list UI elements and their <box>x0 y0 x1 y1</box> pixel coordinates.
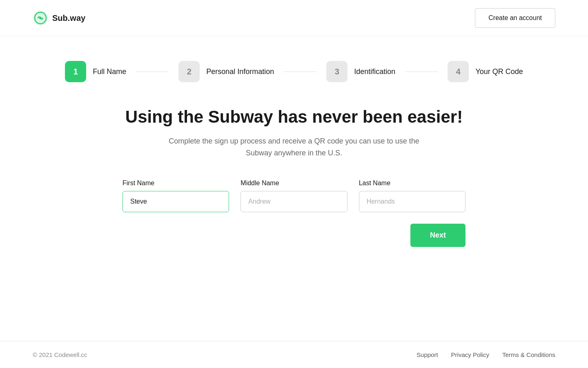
last-name-input[interactable] <box>359 191 466 212</box>
main-content: 1 Full Name 2 Personal Information 3 Ide… <box>0 36 588 341</box>
last-name-label: Last Name <box>359 180 466 187</box>
first-name-label: First Name <box>122 180 229 187</box>
step-1-label: Full Name <box>93 67 126 76</box>
hero-title: Using the Subway has never been easier! <box>125 107 463 127</box>
logo-area: Sub.way <box>33 10 85 26</box>
last-name-group: Last Name <box>359 180 466 212</box>
button-row: Next <box>122 224 466 247</box>
header: Sub.way Create an account <box>0 0 588 36</box>
middle-name-group: Middle Name <box>241 180 347 212</box>
first-name-input[interactable] <box>122 191 229 212</box>
step-1-number: 1 <box>65 61 86 82</box>
step-4-number: 4 <box>448 61 469 82</box>
logo-icon <box>33 10 48 26</box>
stepper: 1 Full Name 2 Personal Information 3 Ide… <box>65 61 523 82</box>
step-3-number: 3 <box>326 61 347 82</box>
middle-name-input[interactable] <box>241 191 347 212</box>
step-3: 3 Identification <box>326 61 395 82</box>
logo-text: Sub.way <box>52 13 85 23</box>
footer-copyright: © 2021 Codewell.cc <box>33 351 87 358</box>
first-name-group: First Name <box>122 180 229 212</box>
step-divider-3 <box>405 72 438 72</box>
step-divider-1 <box>136 72 169 72</box>
step-divider-2 <box>284 72 316 72</box>
step-3-label: Identification <box>354 67 395 76</box>
footer-privacy-link[interactable]: Privacy Policy <box>451 351 489 358</box>
svg-point-2 <box>39 17 42 19</box>
step-2-label: Personal Information <box>206 67 274 76</box>
form-section: First Name Middle Name Last Name Next <box>122 180 466 247</box>
step-2-number: 2 <box>178 61 200 82</box>
hero-subtitle: Complete the sign up process and receive… <box>167 135 421 159</box>
create-account-button[interactable]: Create an account <box>475 8 555 28</box>
hero-section: Using the Subway has never been easier! … <box>125 107 463 159</box>
footer-terms-link[interactable]: Terms & Conditions <box>502 351 555 358</box>
middle-name-label: Middle Name <box>241 180 347 187</box>
step-4-label: Your QR Code <box>475 67 523 76</box>
step-4: 4 Your QR Code <box>448 61 523 82</box>
step-2: 2 Personal Information <box>178 61 274 82</box>
next-button[interactable]: Next <box>410 224 466 247</box>
footer: © 2021 Codewell.cc Support Privacy Polic… <box>0 341 588 368</box>
footer-links: Support Privacy Policy Terms & Condition… <box>416 351 555 358</box>
name-form-row: First Name Middle Name Last Name <box>122 180 466 212</box>
step-1: 1 Full Name <box>65 61 126 82</box>
footer-support-link[interactable]: Support <box>416 351 438 358</box>
